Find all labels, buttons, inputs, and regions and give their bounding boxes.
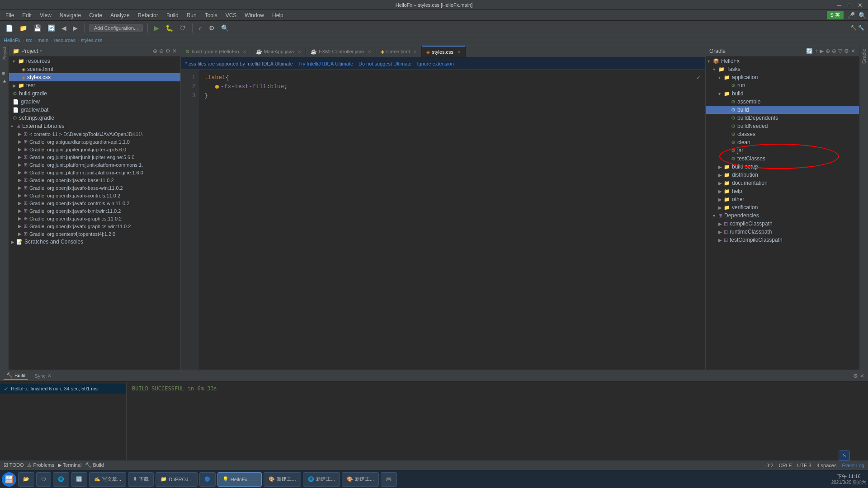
toolbar-run-with-coverage[interactable]: 🛡 [178,23,188,33]
taskbar-btn-antivirus[interactable]: 🛡 [36,472,51,487]
tree-item-scratches[interactable]: ▶ 📝 Scratches and Consoles [9,238,180,246]
project-tab-icon[interactable]: Project [2,47,7,60]
breadcrumb-main[interactable]: main [38,38,48,43]
breadcrumb-hellofx[interactable]: HelloFx [4,38,20,43]
toolbar-back[interactable]: ◀ [60,23,68,33]
tab-mainapp[interactable]: ☕ MainApp.java ✕ [251,46,307,57]
tab-close-scene-fxml[interactable]: ✕ [413,49,417,54]
gradle-item-clean[interactable]: ⚙ clean [706,138,859,146]
tree-item-lib10[interactable]: ▶ ⊞ Gradle: org.openjfx:javafx-fxml:win:… [9,207,180,215]
menu-window[interactable]: Window [241,11,268,19]
tree-item-lib9[interactable]: ▶ ⊞ Gradle: org.openjfx:javafx-controls-… [9,199,180,207]
taskbar-btn-kde[interactable]: 🔵 [199,472,216,487]
todo-btn[interactable]: ☑ TODO [4,462,24,468]
tab-styles-css[interactable]: ◈ styles.css ✕ [422,46,466,57]
tree-item-lib1[interactable]: ▶ ⊞ Gradle: org.apiguardian:apiguardian-… [9,138,180,145]
gradle-item-build-task[interactable]: ⚙ build [706,106,859,114]
gradle-filter[interactable]: ▽ [838,48,842,54]
toolbar-debug-icon[interactable]: 🐛 [164,23,175,33]
tree-item-lib3[interactable]: ▶ ⊞ Gradle: org.junit.jupiter:junit-jupi… [9,153,180,161]
gradle-right-tab[interactable]: Gradle [860,47,868,66]
tab-fxmlcontroller[interactable]: ☕ FXMLController.java ✕ [306,46,376,57]
project-close[interactable]: ✕ [172,48,177,54]
menu-edit[interactable]: Edit [19,11,35,19]
tree-item-settings-gradle[interactable]: ⚙ settings.gradle [9,114,180,122]
ignore-extension-link[interactable]: Ignore extension [417,61,453,66]
event-log-btn[interactable]: Event Log [842,463,864,468]
toolbar-mic[interactable]: 🎤 [847,12,855,19]
gradle-collapse[interactable]: ⊖ [832,48,836,54]
gradle-run[interactable]: ▶ [820,48,824,54]
tree-item-ext-libs[interactable]: ▾ ⊞ External Libraries [9,122,180,130]
taskbar-btn-folder[interactable]: 📁 D:\PROJ... [156,472,198,487]
tree-item-scene-fxml[interactable]: ◈ scene.fxml [9,65,180,73]
taskbar-btn-chrome[interactable]: 🌐 [53,472,69,487]
tab-scene-fxml[interactable]: ◈ scene.fxml ✕ [376,46,422,57]
gradle-item-verification[interactable]: ▶ 📁 verification [706,203,859,211]
menu-tools[interactable]: Tools [201,11,221,19]
tree-item-test[interactable]: ▶ 📁 test [9,81,180,89]
gradle-item-jar[interactable]: ⚙ jar [706,146,859,155]
gradle-item-build-folder[interactable]: ▾ 📁 build [706,89,859,98]
taskbar-btn-explorer[interactable]: 📂 [18,472,34,487]
gradle-add[interactable]: + [815,48,818,54]
tree-item-lib2[interactable]: ▶ ⊞ Gradle: org.junit.jupiter:junit-jupi… [9,145,180,153]
menu-navigate[interactable]: Navigate [56,11,85,19]
maximize-btn[interactable]: □ [846,2,853,9]
tab-close-mainapp[interactable]: ✕ [297,49,301,54]
breadcrumb-src[interactable]: src [26,38,33,43]
bottom-close[interactable]: ✕ [860,373,864,379]
menu-vcs[interactable]: VCS [222,11,241,19]
start-button[interactable]: 🪟 [2,472,16,487]
taskbar-btn-intellij[interactable]: 💡 HelloFx – ... [217,472,262,487]
gradle-item-distribution[interactable]: ▶ 📁 distribution [706,171,859,179]
breadcrumb-styles[interactable]: styles.css [81,38,103,43]
project-dropdown-icon[interactable]: ▾ [40,48,42,53]
build-item-hellofx[interactable]: ✓ HelloFx: finished 6 min, 34 sec, 501 m… [0,384,126,394]
gradle-item-classes[interactable]: ⚙ classes [706,130,859,138]
tree-item-lib6[interactable]: ▶ ⊞ Gradle: org.openjfx:javafx-base:11.0… [9,176,180,184]
tab-close-styles-css[interactable]: ✕ [457,50,461,55]
gradle-expand[interactable]: ⊕ [826,48,830,54]
build-btn-status[interactable]: 🔨 Build [85,462,104,468]
gradle-item-runtime-classpath[interactable]: ▶ ⊞ runtimeClasspath [706,228,859,236]
tree-item-lib11[interactable]: ▶ ⊞ Gradle: org.openjfx:javafx-graphics:… [9,215,180,222]
terminal-btn[interactable]: ▶ Terminal [58,462,81,468]
tree-item-corretto[interactable]: ▶ ⊞ < corretto-11 > D:\DevelopTools\JAVA… [9,130,180,138]
menu-analyze[interactable]: Analyze [107,11,133,19]
taskbar-btn-calc[interactable]: 🔢 [71,472,87,487]
toolbar-search2[interactable]: 🔍 [859,12,866,19]
problems-btn[interactable]: ⚠ Problems [27,462,54,468]
tree-item-lib8[interactable]: ▶ ⊞ Gradle: org.openjfx:javafx-controls:… [9,192,180,199]
gradle-item-assemble[interactable]: ⚙ assemble [706,98,859,106]
menu-file[interactable]: File [2,11,18,19]
menu-build[interactable]: Build [163,11,182,19]
taskbar-btn-newtab3[interactable]: 🎨 新建工... [342,472,379,487]
menu-code[interactable]: Code [85,11,106,19]
structure-tab[interactable]: ≡ [2,70,7,76]
gradle-reload[interactable]: 🔄 [806,48,813,54]
gradle-item-dependencies[interactable]: ▾ ⊞ Dependencies [706,211,859,220]
try-ultimate-link[interactable]: Try IntelliJ IDEA Ultimate [298,61,353,66]
tree-item-lib13[interactable]: ▶ ⊞ Gradle: org.opentest4j:opentest4j:1.… [9,230,180,238]
gradle-item-compile-classpath[interactable]: ▶ ⊞ compileClasspath [706,220,859,228]
taskbar-btn-game[interactable]: 🎮 [381,472,397,487]
gradle-item-build-setup[interactable]: ▶ 📁 build setup [706,163,859,171]
gradle-close[interactable]: ✕ [851,48,855,54]
toolbar-forward[interactable]: ▶ [71,23,80,33]
build-tab[interactable]: 🔨 Build [4,371,28,380]
gradle-item-build-needed[interactable]: ⚙ buildNeeded [706,122,859,130]
sync-close[interactable]: ✕ [47,373,51,378]
toolbar-search[interactable]: 🔍 [219,23,231,33]
project-expand-all[interactable]: ⊕ [153,48,157,54]
toolbar-open[interactable]: 📁 [18,23,29,33]
sync-tab[interactable]: Sync ✕ [32,372,53,380]
gradle-item-help[interactable]: ▶ 📁 help [706,187,859,195]
gradle-item-test-compile-classpath[interactable]: ▶ ⊞ testCompileClasspath [706,236,859,244]
tab-close-build-gradle[interactable]: ✕ [243,49,246,54]
code-editor[interactable]: 1 2 3 .label { -fx-text-fill : blue ; [181,70,705,370]
menu-refactor[interactable]: Refactor [134,11,162,19]
tree-item-gradlew-bat[interactable]: 📄 gradlew.bat [9,106,180,114]
tree-item-lib5[interactable]: ▶ ⊞ Gradle: org.junit.platform:junit-pla… [9,169,180,176]
toolbar-settings[interactable]: ⚙ [207,23,217,33]
